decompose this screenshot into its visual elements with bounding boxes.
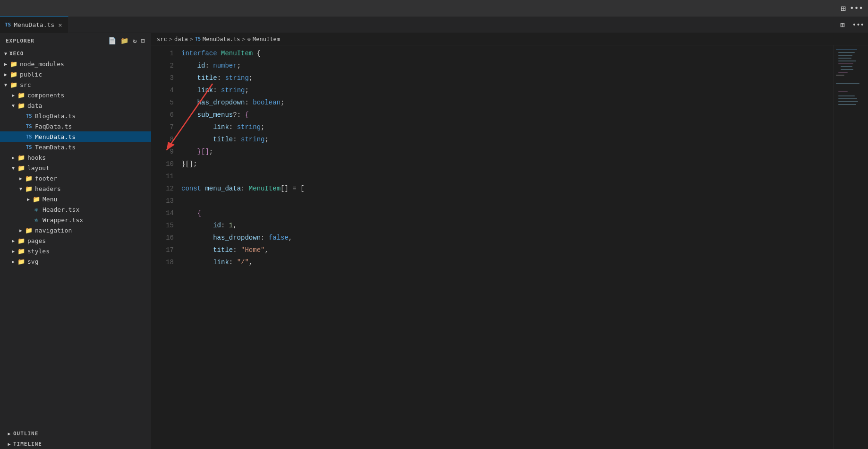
tree-icon-TeamData: TS: [25, 144, 33, 150]
line-number-11: 11: [151, 170, 174, 182]
tree-label-components: components: [27, 92, 64, 99]
tree-item-Header.tsx[interactable]: ⚛Header.tsx: [0, 204, 151, 215]
xeco-arrow: ▼: [2, 51, 9, 56]
tree-label-Header.tsx: Header.tsx: [43, 206, 79, 213]
svg-rect-17: [838, 104, 856, 105]
tree-icon-BlogData: TS: [25, 113, 33, 119]
tree-arrow-src: ▼: [2, 82, 9, 87]
editor-more-icon[interactable]: •••: [849, 21, 868, 28]
scrollbar[interactable]: [861, 45, 868, 449]
sidebar: EXPLORER 📄 📁 ↻ ⊟ ▼ XECO ▶📁node_modules▶📁…: [0, 33, 151, 449]
tree-label-hooks: hooks: [27, 154, 46, 161]
tree-label-FaqData: FaqData.ts: [35, 123, 72, 130]
code-line-8: title: string;: [181, 133, 833, 146]
breadcrumb-sep1: >: [169, 36, 172, 43]
breadcrumb-src[interactable]: src: [157, 36, 167, 43]
tree-item-TeamData[interactable]: TSTeamData.ts: [0, 142, 151, 152]
tree-icon-hooks: 📁: [17, 154, 26, 161]
tree-arrow-layout: ▼: [9, 165, 17, 171]
tree-item-src[interactable]: ▼📁src: [0, 79, 151, 90]
editor-layout-icon[interactable]: ⊞: [836, 20, 849, 29]
tree-label-layout: layout: [27, 164, 50, 172]
svg-rect-2: [836, 49, 857, 50]
tree-item-MenuData[interactable]: TSMenuData.ts: [0, 131, 151, 142]
tree-arrow-Menu: ▶: [25, 197, 32, 202]
breadcrumb-file[interactable]: MenuData.ts: [203, 36, 240, 43]
tree-item-public[interactable]: ▶📁public: [0, 69, 151, 79]
tree-icon-Wrapper.tsx: ⚛: [32, 216, 41, 224]
tree-item-layout[interactable]: ▼📁layout: [0, 163, 151, 173]
code-line-1: interface MenuItem {: [181, 47, 833, 60]
new-file-icon[interactable]: 📄: [108, 37, 117, 44]
breadcrumb-ts-icon: TS: [195, 36, 201, 42]
tree-item-components[interactable]: ▶📁components: [0, 90, 151, 100]
tree-icon-headers: 📁: [25, 185, 33, 192]
tree-icon-navigation: 📁: [25, 227, 33, 234]
tree-arrow-node_modules: ▶: [2, 61, 9, 67]
svg-rect-16: [838, 101, 858, 102]
breadcrumb-data[interactable]: data: [174, 36, 188, 43]
code-content[interactable]: interface MenuItem { id: number; title: …: [179, 45, 833, 449]
title-bar: ⊞ •••: [0, 0, 868, 17]
xeco-section-header[interactable]: ▼ XECO: [0, 48, 151, 59]
more-icon[interactable]: •••: [849, 4, 864, 13]
tree-item-pages[interactable]: ▶📁pages: [0, 235, 151, 246]
svg-rect-12: [836, 83, 859, 84]
tree-arrow-navigation: ▶: [17, 228, 25, 233]
tree-label-BlogData: BlogData.ts: [35, 112, 76, 120]
tab-bar: TS MenuData.ts × ⊞ •••: [0, 17, 868, 33]
tree-item-node_modules[interactable]: ▶📁node_modules: [0, 59, 151, 69]
line-number-16: 16: [151, 232, 174, 244]
code-line-16: has_dropdown: false,: [181, 232, 833, 244]
breadcrumb-symbol-icon: ⊛: [247, 36, 251, 43]
tree-item-Menu[interactable]: ▶📁Menu: [0, 194, 151, 204]
timeline-section[interactable]: ▶ TIMELINE: [0, 439, 151, 449]
tree-label-Menu: Menu: [43, 196, 57, 203]
breadcrumb: src > data > TS MenuData.ts > ⊛ MenuItem: [151, 33, 868, 45]
tree-arrow-hooks: ▶: [9, 155, 17, 160]
timeline-label: TIMELINE: [13, 441, 42, 447]
outline-label: OUTLINE: [13, 431, 38, 437]
code-line-18: link: "/",: [181, 256, 833, 268]
minimap: [833, 45, 861, 449]
tree-item-data[interactable]: ▼📁data: [0, 100, 151, 111]
tree-item-styles[interactable]: ▶📁styles: [0, 246, 151, 256]
tree-item-footer[interactable]: ▶📁footer: [0, 173, 151, 183]
svg-rect-10: [838, 72, 848, 73]
line-number-3: 3: [151, 72, 174, 84]
tree-icon-Menu: 📁: [32, 196, 41, 203]
line-number-15: 15: [151, 219, 174, 232]
new-folder-icon[interactable]: 📁: [120, 37, 129, 44]
tree-item-hooks[interactable]: ▶📁hooks: [0, 152, 151, 163]
tree-item-Wrapper.tsx[interactable]: ⚛Wrapper.tsx: [0, 215, 151, 225]
code-line-17: title: "Home",: [181, 244, 833, 256]
code-line-11: [181, 170, 833, 182]
refresh-icon[interactable]: ↻: [133, 37, 137, 44]
tree-item-navigation[interactable]: ▶📁navigation: [0, 225, 151, 235]
code-line-15: id: 1,: [181, 219, 833, 232]
tree-icon-footer: 📁: [25, 175, 33, 182]
code-editor[interactable]: 123456789101112131415161718 interface Me…: [151, 45, 868, 449]
svg-rect-4: [838, 55, 852, 56]
tab-close-icon[interactable]: ×: [57, 21, 63, 29]
tab-menudata[interactable]: TS MenuData.ts ×: [0, 17, 68, 33]
tree-arrow-pages: ▶: [9, 238, 17, 243]
code-line-7: link: string;: [181, 121, 833, 133]
tree-arrow-styles: ▶: [9, 249, 17, 254]
code-line-5: has_dropdown: boolean;: [181, 96, 833, 109]
line-number-13: 13: [151, 195, 174, 207]
code-line-3: title: string;: [181, 72, 833, 84]
tree-label-svg: svg: [27, 258, 38, 265]
code-line-4: link: string;: [181, 84, 833, 96]
tree-item-svg[interactable]: ▶📁svg: [0, 256, 151, 267]
tree-item-FaqData[interactable]: TSFaqData.ts: [0, 121, 151, 131]
tree-item-BlogData[interactable]: TSBlogData.ts: [0, 111, 151, 121]
tree-label-navigation: navigation: [35, 227, 72, 234]
collapse-icon[interactable]: ⊟: [141, 37, 145, 44]
sidebar-tree: ▶📁node_modules▶📁public▼📁src▶📁components▼…: [0, 59, 151, 428]
outline-section[interactable]: ▶ OUTLINE: [0, 428, 151, 439]
tree-label-Wrapper.tsx: Wrapper.tsx: [43, 216, 83, 224]
tree-item-headers[interactable]: ▼📁headers: [0, 183, 151, 194]
layout-icon[interactable]: ⊞: [840, 3, 847, 13]
tree-label-data: data: [27, 102, 42, 109]
